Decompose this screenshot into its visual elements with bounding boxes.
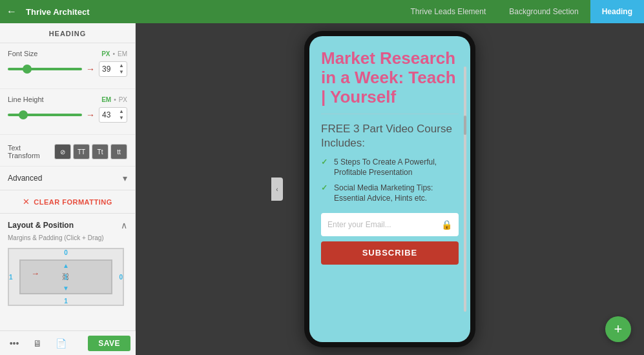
list-item-1: 5 Steps To Create A Powerful, Profitable… xyxy=(321,157,459,178)
phone-scrollbar-thumb xyxy=(464,116,466,135)
line-height-thumb[interactable] xyxy=(19,110,28,119)
text-transform-section: Text Transform ⊘ TT Tt tt xyxy=(0,135,135,167)
email-placeholder: Enter your Email... xyxy=(327,220,441,229)
tt-capitalize[interactable]: Tt xyxy=(92,144,109,159)
phone-divider xyxy=(321,114,459,114)
line-height-down[interactable]: ▼ xyxy=(119,115,124,121)
fab-plus-icon: + xyxy=(614,321,623,338)
topbar-nav: Thrive Leads Element Background Section … xyxy=(399,0,644,23)
tt-none[interactable]: ⊘ xyxy=(54,144,71,159)
phone-scrollbar xyxy=(464,66,466,311)
font-size-input[interactable]: 39 ▲ ▼ xyxy=(99,61,127,77)
lock-icon: 🔒 xyxy=(441,219,452,230)
left-panel: HEADING Font Size PX • EM → 39 ▲ xyxy=(0,23,136,355)
line-height-slider-row: → 43 ▲ ▼ xyxy=(8,107,127,123)
margin-left-val: 1 xyxy=(9,274,13,281)
panel-title: HEADING xyxy=(0,23,135,43)
app-title: Thrive Architect xyxy=(23,7,399,17)
font-size-arrow: → xyxy=(86,64,95,74)
font-size-slider[interactable] xyxy=(8,68,82,70)
tt-uppercase[interactable]: TT xyxy=(73,144,90,159)
monitor-button[interactable]: 🖥 xyxy=(28,334,47,352)
clear-formatting-label: CLEAR FORMATTING xyxy=(34,198,112,206)
text-transform-label: Text Transform xyxy=(8,144,54,159)
save-button[interactable]: SAVE xyxy=(88,336,130,351)
font-size-slider-row: → 39 ▲ ▼ xyxy=(8,61,127,77)
margins-padding-label: Margins & Padding (Click + Drag) xyxy=(0,234,135,245)
bottom-toolbar-wrapper: ••• 🖥 📄 SAVE xyxy=(0,330,136,355)
font-size-down[interactable]: ▼ xyxy=(119,69,124,76)
margin-right-val: 0 xyxy=(119,274,123,281)
advanced-section[interactable]: Advanced ▾ xyxy=(0,167,135,190)
phone-content: Market Research in a Week: Teach | Yours… xyxy=(309,36,470,342)
phone-email-field[interactable]: Enter your Email... 🔒 xyxy=(321,213,459,236)
phone-list: 5 Steps To Create A Powerful, Profitable… xyxy=(321,157,459,204)
line-height-em[interactable]: EM xyxy=(101,96,111,103)
clear-x-icon: ✕ xyxy=(23,197,30,207)
nav-item-background[interactable]: Background Section xyxy=(497,0,590,23)
back-button[interactable]: ← xyxy=(0,0,23,23)
font-size-thumb[interactable] xyxy=(23,65,32,74)
dots-button[interactable]: ••• xyxy=(5,334,23,352)
font-size-section: Font Size PX • EM → 39 ▲ ▼ xyxy=(0,43,135,89)
back-icon: ← xyxy=(6,6,17,17)
line-height-px[interactable]: PX xyxy=(119,96,127,103)
subscribe-button[interactable]: SUBSCRIBE xyxy=(321,241,459,265)
file-icon: 📄 xyxy=(56,338,67,349)
line-height-label: Line Height xyxy=(8,96,56,103)
phone-heading: Market Research in a Week: Teach | Yours… xyxy=(321,49,459,107)
phone-screen: Market Research in a Week: Teach | Yours… xyxy=(309,36,470,342)
list-item-2: Social Media Marketing Tips: Essential A… xyxy=(321,183,459,203)
dots-icon: ••• xyxy=(10,338,19,349)
font-size-unit-toggle: PX • EM xyxy=(101,50,127,57)
layout-chevron-icon: ∧ xyxy=(121,220,127,230)
nav-item-heading[interactable]: Heading xyxy=(590,0,644,23)
line-height-unit-toggle: EM • PX xyxy=(101,96,127,103)
file-button[interactable]: 📄 xyxy=(52,334,70,352)
bottom-toolbar: ••• 🖥 📄 SAVE xyxy=(0,330,136,355)
canvas-area: Market Research in a Week: Teach | Yours… xyxy=(136,23,644,355)
advanced-chevron: ▾ xyxy=(123,173,127,183)
box-arrow-icon: → xyxy=(31,269,39,278)
phone-subheading: FREE 3 Part Video Course Includes: xyxy=(321,122,459,150)
panel-collapse-button[interactable]: ‹ xyxy=(271,178,283,201)
main-layout: HEADING Font Size PX • EM → 39 ▲ xyxy=(0,23,644,355)
font-size-up[interactable]: ▲ xyxy=(119,63,124,69)
font-size-label: Font Size xyxy=(8,50,56,57)
advanced-label: Advanced xyxy=(8,174,42,183)
monitor-icon: 🖥 xyxy=(33,338,42,349)
text-transform-buttons: ⊘ TT Tt tt xyxy=(54,144,127,159)
layout-position-section[interactable]: Layout & Position ∧ xyxy=(0,214,135,234)
fab-add-button[interactable]: + xyxy=(605,316,631,342)
phone-mockup: Market Research in a Week: Teach | Yours… xyxy=(304,31,475,347)
tt-lowercase[interactable]: tt xyxy=(110,144,127,159)
clear-formatting-button[interactable]: ✕ CLEAR FORMATTING xyxy=(0,190,135,214)
line-height-up[interactable]: ▲ xyxy=(119,108,124,115)
topbar: ← Thrive Architect Thrive Leads Element … xyxy=(0,0,644,23)
inner-bottom-val: ▼ xyxy=(63,285,69,292)
inner-top-val: ▲ xyxy=(63,262,69,269)
font-size-em[interactable]: EM xyxy=(118,50,127,57)
font-size-px[interactable]: PX xyxy=(101,50,110,57)
margin-bottom-val: 1 xyxy=(64,298,68,305)
line-height-input[interactable]: 43 ▲ ▼ xyxy=(99,107,127,123)
layout-position-label: Layout & Position xyxy=(8,221,74,230)
line-height-slider[interactable] xyxy=(8,114,82,116)
line-height-section: Line Height EM • PX → 43 ▲ ▼ xyxy=(0,89,135,135)
box-model: ⛓ ▲ ▼ 1 0 1 0 1 → xyxy=(8,248,124,306)
margin-top-val: 0 xyxy=(64,249,68,256)
nav-item-leads[interactable]: Thrive Leads Element xyxy=(399,0,498,23)
inner-center-val: 1 xyxy=(64,273,68,281)
line-height-arrow: → xyxy=(86,110,95,120)
